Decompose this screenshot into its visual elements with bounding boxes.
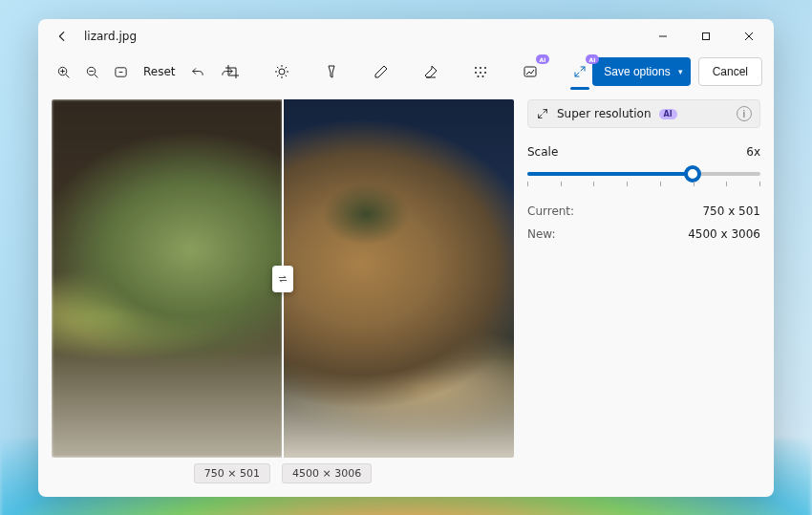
zoom-out-icon — [85, 65, 99, 79]
info-button[interactable]: i — [737, 106, 752, 121]
arrow-left-icon — [55, 30, 69, 43]
fit-to-window-button[interactable] — [107, 58, 134, 85]
titlebar: lizard.jpg — [38, 19, 774, 54]
image-canvas: 750 × 501 4500 × 3006 — [52, 99, 514, 483]
zoom-out-button[interactable] — [78, 58, 105, 85]
panel-title: Super resolution — [557, 107, 652, 120]
scale-label: Scale — [527, 145, 558, 159]
svg-point-9 — [480, 72, 481, 74]
filter-tool[interactable] — [318, 58, 345, 85]
ai-badge-icon: AI — [586, 54, 599, 64]
super-resolution-panel: Super resolution AI i Scale 6x Current: … — [527, 99, 760, 483]
svg-point-11 — [478, 75, 480, 77]
svg-point-5 — [475, 67, 477, 69]
svg-point-7 — [484, 67, 486, 69]
slider-ticks — [527, 182, 760, 186]
svg-point-8 — [475, 72, 477, 74]
image-after — [283, 99, 514, 458]
svg-point-12 — [482, 75, 484, 77]
cancel-button[interactable]: Cancel — [698, 57, 762, 86]
super-resolution-tool[interactable]: AI — [566, 58, 593, 85]
window-controls — [641, 22, 770, 51]
crop-tool[interactable] — [219, 58, 246, 85]
filter-icon — [324, 64, 339, 79]
slider-thumb[interactable] — [684, 165, 701, 182]
current-value: 750 x 501 — [702, 204, 760, 218]
minimize-icon — [658, 32, 668, 41]
dim-after-chip: 4500 × 3006 — [282, 463, 372, 483]
blur-icon — [473, 64, 488, 79]
dimension-labels: 750 × 501 4500 × 3006 — [52, 463, 514, 483]
back-button[interactable] — [48, 22, 76, 51]
save-label: Save options — [604, 65, 670, 78]
svg-rect-13 — [524, 67, 536, 76]
zoom-in-icon — [56, 65, 71, 79]
document-title: lizard.jpg — [84, 30, 137, 43]
new-label: New: — [527, 227, 556, 241]
markup-tool[interactable] — [368, 58, 395, 85]
photos-editor-window: lizard.jpg Reset — [38, 19, 774, 497]
ai-pill: AI — [659, 109, 677, 119]
enlarge-icon — [572, 64, 588, 79]
svg-point-4 — [279, 69, 285, 75]
brightness-icon — [274, 64, 289, 79]
maximize-button[interactable] — [684, 22, 727, 51]
generative-erase-tool[interactable]: AI — [517, 58, 544, 85]
svg-rect-0 — [702, 33, 709, 40]
slider-fill — [527, 172, 693, 176]
image-before — [52, 99, 283, 458]
save-options-button[interactable]: Save options ▾ — [592, 57, 690, 86]
compare-handle[interactable] — [272, 266, 293, 292]
reset-button[interactable]: Reset — [136, 58, 183, 85]
crop-icon — [224, 64, 240, 79]
ai-badge-icon: AI — [536, 54, 549, 64]
close-icon — [744, 32, 754, 41]
maximize-icon — [701, 32, 711, 41]
swap-horizontal-icon — [277, 273, 288, 285]
content-area: 750 × 501 4500 × 3006 Super resolution A… — [38, 90, 774, 497]
zoom-in-button[interactable] — [50, 58, 76, 85]
panel-header: Super resolution AI i — [527, 99, 760, 128]
eraser-icon — [423, 64, 438, 79]
current-label: Current: — [527, 204, 574, 218]
undo-icon — [191, 65, 205, 79]
undo-button[interactable] — [185, 58, 212, 85]
dim-before-chip: 750 × 501 — [194, 463, 270, 483]
svg-point-10 — [484, 72, 486, 74]
sparkle-image-icon — [523, 64, 538, 79]
close-button[interactable] — [727, 22, 770, 51]
fit-icon — [114, 65, 128, 79]
enlarge-icon — [536, 107, 549, 120]
before-after-compare — [52, 99, 514, 458]
scale-slider[interactable] — [527, 168, 760, 187]
toolbar: Reset — [38, 54, 774, 90]
new-value: 4500 x 3006 — [688, 227, 760, 241]
erase-tool[interactable] — [417, 58, 444, 85]
pencil-icon — [374, 64, 389, 79]
minimize-button[interactable] — [641, 22, 684, 51]
svg-point-6 — [480, 67, 481, 69]
scale-value: 6x — [746, 145, 760, 159]
adjust-tool[interactable] — [268, 58, 295, 85]
chevron-down-icon: ▾ — [678, 67, 683, 76]
background-blur-tool[interactable] — [467, 58, 494, 85]
